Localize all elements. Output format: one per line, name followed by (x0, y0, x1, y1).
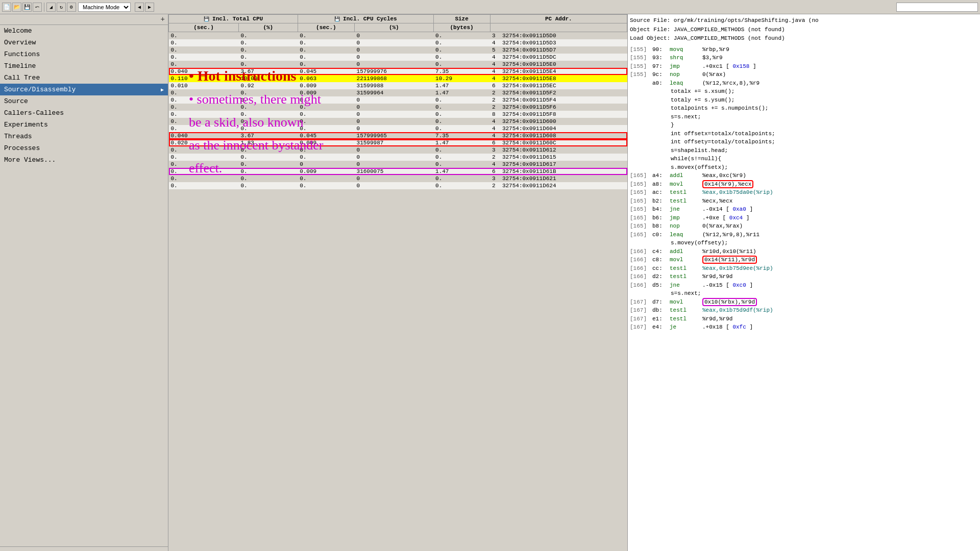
source-panel[interactable]: Source File: org/mk/training/opts/ShapeS… (628, 14, 980, 551)
table-cell-pct: 3.67 (239, 132, 298, 139)
sidebar-item-timeline[interactable]: Timeline (0, 60, 168, 72)
line-num-165e: [165] (630, 205, 650, 214)
icon-new[interactable]: 📄 (2, 3, 11, 12)
table-cell-addr: 2 32754:0x0911D5F2 (490, 89, 627, 96)
offset-a4: a4: (652, 171, 668, 180)
offset-e1: e1: (652, 315, 668, 323)
line-num-166c: [166] (630, 264, 650, 273)
ops-nop2: 0(%rax,%rax) (702, 222, 743, 231)
table-cell-sec: 0. (169, 175, 239, 182)
table-cell-csec: 0. (298, 54, 354, 61)
link-0xa0[interactable]: 0xa0 (732, 206, 746, 212)
icon-filter[interactable]: ◢ (46, 3, 56, 12)
icon-refresh[interactable]: ↻ (57, 3, 66, 12)
sidebar-item-label: Call Tree (4, 74, 40, 82)
sidebar-item-experiments[interactable]: Experiments (0, 119, 168, 131)
sidebar: + Welcome Overview Functions Timeline Ca… (0, 14, 168, 551)
table-cell-size: 1.47 (433, 139, 490, 146)
icon-settings[interactable]: ⚙ (67, 3, 76, 12)
table-cell-size: 0. (433, 96, 490, 104)
line-e4: [167] e4: je .+0x18 [ 0xfc ] (630, 323, 978, 332)
table-cell-pct: 0. (239, 168, 298, 175)
sidebar-item-overview[interactable]: Overview (0, 37, 168, 48)
src-totaly: totaly += s.ysum(); (630, 96, 978, 105)
highlight-a8: 0x14(%r9),%ecx (702, 180, 753, 188)
link-0xc4[interactable]: 0xc4 (729, 215, 743, 221)
table-cell-csec: 0.063 (298, 75, 354, 82)
mnem-jmp2: jmp (670, 214, 700, 222)
link-0x158[interactable]: 0x158 (732, 63, 749, 69)
table-cell-addr: 6 32754:0x0911D61B (490, 168, 627, 175)
table-cell-addr: 2 32754:0x0911D5F4 (490, 96, 627, 104)
table-cell-size: 0. (433, 161, 490, 168)
mnem-testl1: testl (670, 188, 700, 197)
mode-select[interactable]: Machine Mode (78, 3, 131, 12)
find-input[interactable] (896, 3, 978, 12)
sidebar-item-calltree[interactable]: Call Tree (0, 72, 168, 84)
link-0xfc[interactable]: 0xfc (732, 324, 746, 330)
sidebar-item-welcome[interactable]: Welcome (0, 25, 168, 37)
ops-movl3: 0x10(%rbx),%r9d (702, 298, 757, 307)
table-cell-addr: 3 32754:0x0911D5D0 (490, 32, 627, 40)
table-cell-cpct: 157999976 (355, 68, 434, 75)
sidebar-item-source[interactable]: Source (0, 95, 168, 107)
icon-undo[interactable]: ⤺ (33, 3, 42, 12)
table-cell-sec: 0.040 (169, 68, 239, 75)
table-cell-csec: 0.009 (298, 82, 354, 89)
sidebar-item-source-disassembly[interactable]: Source/Disassembly ▶ (0, 84, 168, 95)
ops-jmp1: .+0xc1 [ 0x158 ] (702, 62, 756, 71)
sidebar-item-processes[interactable]: Processes (0, 142, 168, 154)
table-cell-cpct: 0 (355, 118, 434, 125)
data-panel[interactable]: 💾 Incl. Total CPU 💾 Incl. CPU Cycles Siz… (168, 14, 628, 551)
table-cell-size: 7.35 (433, 68, 490, 75)
find-area (894, 3, 978, 12)
table-cell-pct: 3.67 (239, 68, 298, 75)
line-num-166e: [166] (630, 281, 650, 290)
table-cell-cpct: 157999965 (355, 132, 434, 139)
line-a8: [165] a8: movl 0x14(%r9),%ecx (630, 180, 978, 189)
table-cell-csec: 0.009 (298, 168, 354, 175)
icon-open[interactable]: 📂 (12, 3, 21, 12)
content-area: 💾 Incl. Total CPU 💾 Incl. CPU Cycles Siz… (168, 14, 980, 551)
table-cell-size: 0. (433, 154, 490, 161)
status-bar-sidebar (0, 546, 168, 551)
table-cell-cpct: 0 (355, 54, 434, 61)
offset-ac: ac: (652, 188, 668, 197)
table-cell-csec: 0 (298, 161, 354, 168)
split-pane: 💾 Incl. Total CPU 💾 Incl. CPU Cycles Siz… (168, 14, 980, 551)
sidebar-item-functions[interactable]: Functions (0, 48, 168, 60)
link-0xc0[interactable]: 0xc0 (732, 282, 746, 288)
offset-c0: c0: (652, 231, 668, 239)
line-num-165h: [165] (630, 231, 650, 239)
table-cell-csec: 0. (298, 182, 354, 189)
sidebar-item-callers-callees[interactable]: Callers-Callees (0, 107, 168, 119)
table-cell-cpct: 0 (355, 125, 434, 132)
table-cell-pct: 0. (239, 32, 298, 40)
sidebar-add-button[interactable]: + (161, 15, 165, 23)
ops-shrq: $3,%r9 (702, 54, 723, 62)
sidebar-item-threads[interactable]: Threads (0, 131, 168, 142)
table-cell-size: 0. (433, 118, 490, 125)
mnem-jmp1: jmp (670, 62, 700, 71)
highlight-d7: 0x10(%rbx),%r9d (702, 298, 757, 306)
mnem-shrq: shrq (670, 54, 700, 62)
table-cell-addr: 2 32754:0x0911D624 (490, 182, 627, 189)
load-object-line: Load Object: JAVA_COMPILED_METHODS (not … (630, 34, 978, 43)
offset-db: db: (652, 306, 668, 315)
table-cell-sec: 0. (169, 168, 239, 175)
table-cell-sec: 0. (169, 125, 239, 132)
mnem-addl2: addl (670, 247, 700, 256)
sidebar-item-label: Source/Disassembly (4, 86, 76, 93)
table-cell-csec: 0. (298, 46, 354, 54)
icon-save[interactable]: 💾 (22, 3, 32, 12)
line-93: [155] 93: shrq $3,%r9 (630, 54, 978, 62)
nav-back[interactable]: ◀ (135, 3, 144, 12)
ops-movq: %rbp,%r9 (702, 45, 729, 54)
table-cell-csec: 0. (298, 39, 354, 46)
sidebar-item-more-views[interactable]: More Views... (0, 154, 168, 166)
th-cpct: (%) (355, 23, 434, 32)
nav-forward[interactable]: ▶ (145, 3, 154, 12)
table-cell-cpct: 0 (355, 39, 434, 46)
table-cell-cpct: 0 (355, 161, 434, 168)
table-cell-pct: 0. (239, 104, 298, 111)
